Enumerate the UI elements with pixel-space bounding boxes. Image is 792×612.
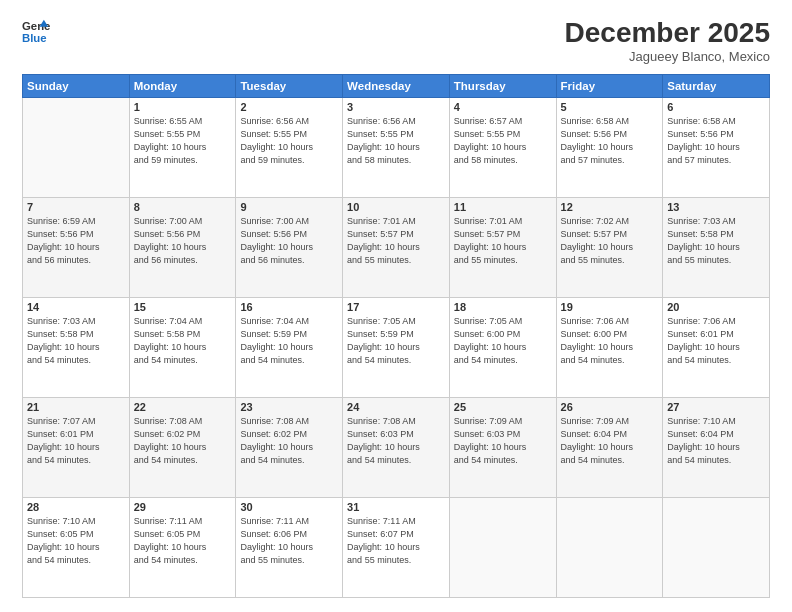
calendar-table: SundayMondayTuesdayWednesdayThursdayFrid… bbox=[22, 74, 770, 598]
cell-info-text: Sunrise: 7:11 AM Sunset: 6:05 PM Dayligh… bbox=[134, 515, 232, 567]
cell-info-text: Sunrise: 6:56 AM Sunset: 5:55 PM Dayligh… bbox=[240, 115, 338, 167]
cell-day-number: 28 bbox=[27, 501, 125, 513]
calendar-cell bbox=[663, 497, 770, 597]
cell-day-number: 6 bbox=[667, 101, 765, 113]
cell-info-text: Sunrise: 7:03 AM Sunset: 5:58 PM Dayligh… bbox=[27, 315, 125, 367]
cell-info-text: Sunrise: 6:57 AM Sunset: 5:55 PM Dayligh… bbox=[454, 115, 552, 167]
calendar-week-row: 14Sunrise: 7:03 AM Sunset: 5:58 PM Dayli… bbox=[23, 297, 770, 397]
cell-info-text: Sunrise: 7:01 AM Sunset: 5:57 PM Dayligh… bbox=[347, 215, 445, 267]
cell-day-number: 22 bbox=[134, 401, 232, 413]
cell-info-text: Sunrise: 7:06 AM Sunset: 6:01 PM Dayligh… bbox=[667, 315, 765, 367]
day-header-monday: Monday bbox=[129, 74, 236, 97]
calendar-week-row: 1Sunrise: 6:55 AM Sunset: 5:55 PM Daylig… bbox=[23, 97, 770, 197]
calendar-cell: 25Sunrise: 7:09 AM Sunset: 6:03 PM Dayli… bbox=[449, 397, 556, 497]
day-header-tuesday: Tuesday bbox=[236, 74, 343, 97]
page: General Blue December 2025 Jagueey Blanc… bbox=[0, 0, 792, 612]
cell-day-number: 18 bbox=[454, 301, 552, 313]
header: General Blue December 2025 Jagueey Blanc… bbox=[22, 18, 770, 64]
calendar-cell: 30Sunrise: 7:11 AM Sunset: 6:06 PM Dayli… bbox=[236, 497, 343, 597]
cell-info-text: Sunrise: 7:01 AM Sunset: 5:57 PM Dayligh… bbox=[454, 215, 552, 267]
cell-info-text: Sunrise: 7:05 AM Sunset: 6:00 PM Dayligh… bbox=[454, 315, 552, 367]
cell-info-text: Sunrise: 6:56 AM Sunset: 5:55 PM Dayligh… bbox=[347, 115, 445, 167]
cell-day-number: 30 bbox=[240, 501, 338, 513]
cell-day-number: 20 bbox=[667, 301, 765, 313]
cell-info-text: Sunrise: 7:00 AM Sunset: 5:56 PM Dayligh… bbox=[240, 215, 338, 267]
cell-info-text: Sunrise: 7:07 AM Sunset: 6:01 PM Dayligh… bbox=[27, 415, 125, 467]
calendar-cell: 24Sunrise: 7:08 AM Sunset: 6:03 PM Dayli… bbox=[343, 397, 450, 497]
cell-info-text: Sunrise: 7:09 AM Sunset: 6:03 PM Dayligh… bbox=[454, 415, 552, 467]
calendar-cell: 5Sunrise: 6:58 AM Sunset: 5:56 PM Daylig… bbox=[556, 97, 663, 197]
cell-info-text: Sunrise: 7:08 AM Sunset: 6:03 PM Dayligh… bbox=[347, 415, 445, 467]
cell-info-text: Sunrise: 6:55 AM Sunset: 5:55 PM Dayligh… bbox=[134, 115, 232, 167]
calendar-cell: 20Sunrise: 7:06 AM Sunset: 6:01 PM Dayli… bbox=[663, 297, 770, 397]
cell-info-text: Sunrise: 7:02 AM Sunset: 5:57 PM Dayligh… bbox=[561, 215, 659, 267]
cell-info-text: Sunrise: 7:06 AM Sunset: 6:00 PM Dayligh… bbox=[561, 315, 659, 367]
cell-day-number: 24 bbox=[347, 401, 445, 413]
cell-day-number: 17 bbox=[347, 301, 445, 313]
title-block: December 2025 Jagueey Blanco, Mexico bbox=[565, 18, 770, 64]
cell-info-text: Sunrise: 7:04 AM Sunset: 5:58 PM Dayligh… bbox=[134, 315, 232, 367]
cell-day-number: 7 bbox=[27, 201, 125, 213]
calendar-cell: 4Sunrise: 6:57 AM Sunset: 5:55 PM Daylig… bbox=[449, 97, 556, 197]
day-header-wednesday: Wednesday bbox=[343, 74, 450, 97]
calendar-cell: 1Sunrise: 6:55 AM Sunset: 5:55 PM Daylig… bbox=[129, 97, 236, 197]
cell-day-number: 27 bbox=[667, 401, 765, 413]
cell-info-text: Sunrise: 7:09 AM Sunset: 6:04 PM Dayligh… bbox=[561, 415, 659, 467]
day-header-saturday: Saturday bbox=[663, 74, 770, 97]
cell-info-text: Sunrise: 6:59 AM Sunset: 5:56 PM Dayligh… bbox=[27, 215, 125, 267]
cell-day-number: 21 bbox=[27, 401, 125, 413]
cell-day-number: 23 bbox=[240, 401, 338, 413]
logo-icon: General Blue bbox=[22, 18, 50, 46]
cell-info-text: Sunrise: 7:11 AM Sunset: 6:06 PM Dayligh… bbox=[240, 515, 338, 567]
cell-day-number: 13 bbox=[667, 201, 765, 213]
svg-text:Blue: Blue bbox=[22, 32, 47, 44]
cell-info-text: Sunrise: 6:58 AM Sunset: 5:56 PM Dayligh… bbox=[561, 115, 659, 167]
calendar-week-row: 28Sunrise: 7:10 AM Sunset: 6:05 PM Dayli… bbox=[23, 497, 770, 597]
calendar-cell: 7Sunrise: 6:59 AM Sunset: 5:56 PM Daylig… bbox=[23, 197, 130, 297]
cell-day-number: 4 bbox=[454, 101, 552, 113]
calendar-cell: 26Sunrise: 7:09 AM Sunset: 6:04 PM Dayli… bbox=[556, 397, 663, 497]
calendar-cell: 15Sunrise: 7:04 AM Sunset: 5:58 PM Dayli… bbox=[129, 297, 236, 397]
calendar-cell: 3Sunrise: 6:56 AM Sunset: 5:55 PM Daylig… bbox=[343, 97, 450, 197]
calendar-cell: 12Sunrise: 7:02 AM Sunset: 5:57 PM Dayli… bbox=[556, 197, 663, 297]
calendar-cell bbox=[449, 497, 556, 597]
calendar-cell: 17Sunrise: 7:05 AM Sunset: 5:59 PM Dayli… bbox=[343, 297, 450, 397]
calendar-cell bbox=[23, 97, 130, 197]
cell-info-text: Sunrise: 7:11 AM Sunset: 6:07 PM Dayligh… bbox=[347, 515, 445, 567]
cell-day-number: 3 bbox=[347, 101, 445, 113]
location: Jagueey Blanco, Mexico bbox=[565, 49, 770, 64]
calendar-cell: 9Sunrise: 7:00 AM Sunset: 5:56 PM Daylig… bbox=[236, 197, 343, 297]
cell-day-number: 29 bbox=[134, 501, 232, 513]
cell-info-text: Sunrise: 7:04 AM Sunset: 5:59 PM Dayligh… bbox=[240, 315, 338, 367]
calendar-week-row: 7Sunrise: 6:59 AM Sunset: 5:56 PM Daylig… bbox=[23, 197, 770, 297]
cell-day-number: 8 bbox=[134, 201, 232, 213]
cell-day-number: 25 bbox=[454, 401, 552, 413]
calendar-cell: 23Sunrise: 7:08 AM Sunset: 6:02 PM Dayli… bbox=[236, 397, 343, 497]
cell-day-number: 16 bbox=[240, 301, 338, 313]
day-header-sunday: Sunday bbox=[23, 74, 130, 97]
calendar-cell: 19Sunrise: 7:06 AM Sunset: 6:00 PM Dayli… bbox=[556, 297, 663, 397]
cell-day-number: 12 bbox=[561, 201, 659, 213]
cell-day-number: 19 bbox=[561, 301, 659, 313]
calendar-cell: 11Sunrise: 7:01 AM Sunset: 5:57 PM Dayli… bbox=[449, 197, 556, 297]
calendar-cell: 28Sunrise: 7:10 AM Sunset: 6:05 PM Dayli… bbox=[23, 497, 130, 597]
cell-day-number: 11 bbox=[454, 201, 552, 213]
cell-day-number: 15 bbox=[134, 301, 232, 313]
cell-info-text: Sunrise: 7:08 AM Sunset: 6:02 PM Dayligh… bbox=[134, 415, 232, 467]
cell-day-number: 14 bbox=[27, 301, 125, 313]
calendar-week-row: 21Sunrise: 7:07 AM Sunset: 6:01 PM Dayli… bbox=[23, 397, 770, 497]
calendar-cell: 31Sunrise: 7:11 AM Sunset: 6:07 PM Dayli… bbox=[343, 497, 450, 597]
cell-day-number: 26 bbox=[561, 401, 659, 413]
cell-day-number: 10 bbox=[347, 201, 445, 213]
calendar-cell: 22Sunrise: 7:08 AM Sunset: 6:02 PM Dayli… bbox=[129, 397, 236, 497]
cell-info-text: Sunrise: 7:08 AM Sunset: 6:02 PM Dayligh… bbox=[240, 415, 338, 467]
calendar-cell: 8Sunrise: 7:00 AM Sunset: 5:56 PM Daylig… bbox=[129, 197, 236, 297]
day-header-friday: Friday bbox=[556, 74, 663, 97]
calendar-cell: 18Sunrise: 7:05 AM Sunset: 6:00 PM Dayli… bbox=[449, 297, 556, 397]
day-header-thursday: Thursday bbox=[449, 74, 556, 97]
cell-info-text: Sunrise: 7:00 AM Sunset: 5:56 PM Dayligh… bbox=[134, 215, 232, 267]
cell-info-text: Sunrise: 6:58 AM Sunset: 5:56 PM Dayligh… bbox=[667, 115, 765, 167]
calendar-cell: 16Sunrise: 7:04 AM Sunset: 5:59 PM Dayli… bbox=[236, 297, 343, 397]
cell-day-number: 1 bbox=[134, 101, 232, 113]
calendar-cell bbox=[556, 497, 663, 597]
